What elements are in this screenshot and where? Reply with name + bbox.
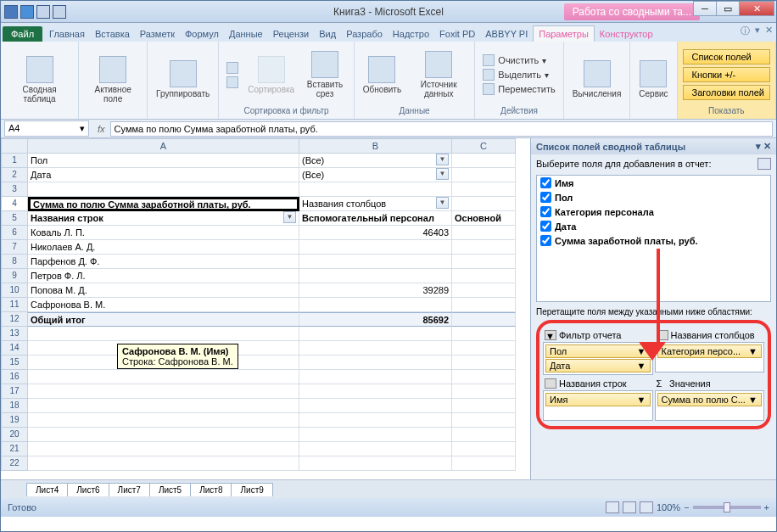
area-field[interactable]: Дата▼ bbox=[545, 359, 651, 372]
cell[interactable] bbox=[452, 154, 516, 168]
tab-addins[interactable]: Надстро bbox=[388, 26, 434, 42]
cell[interactable] bbox=[299, 182, 452, 197]
row-header[interactable]: 22 bbox=[1, 456, 28, 471]
row-header[interactable]: 20 bbox=[1, 428, 28, 442]
active-field-button[interactable]: Активное поле bbox=[84, 54, 142, 105]
row-header[interactable]: 16 bbox=[1, 370, 28, 384]
plusminus-toggle[interactable]: Кнопки +/- bbox=[683, 67, 770, 82]
cell[interactable]: Николаев А. Д. bbox=[28, 240, 299, 255]
field-item[interactable]: Категория персонала bbox=[537, 204, 770, 219]
calc-button[interactable]: Вычисления bbox=[569, 59, 625, 100]
cell[interactable]: Основной bbox=[452, 211, 516, 226]
tab-abbyy[interactable]: ABBYY PI bbox=[480, 26, 533, 42]
tab-home[interactable]: Главная bbox=[44, 26, 90, 42]
filter-area[interactable]: Пол▼Дата▼ bbox=[543, 342, 653, 375]
row-header[interactable]: 17 bbox=[1, 384, 28, 399]
cell[interactable] bbox=[299, 327, 452, 341]
cell[interactable] bbox=[299, 240, 452, 255]
cell[interactable] bbox=[299, 399, 452, 413]
cell[interactable] bbox=[452, 442, 516, 456]
cell[interactable] bbox=[452, 226, 516, 240]
cell[interactable] bbox=[452, 255, 516, 269]
data-source-button[interactable]: Источник данных bbox=[408, 49, 469, 100]
field-list[interactable]: ИмяПолКатегория персоналаДатаСумма зараб… bbox=[536, 175, 771, 302]
tab-formulas[interactable]: Формул bbox=[180, 26, 224, 42]
cell[interactable] bbox=[452, 356, 516, 370]
cell[interactable] bbox=[299, 442, 452, 456]
cell[interactable] bbox=[452, 384, 516, 399]
cell[interactable] bbox=[452, 240, 516, 255]
redo-icon[interactable] bbox=[53, 5, 66, 19]
row-header[interactable]: 10 bbox=[1, 283, 28, 298]
row-header[interactable]: 14 bbox=[1, 341, 28, 356]
cell[interactable]: (Все)▼ bbox=[299, 168, 452, 182]
field-item[interactable]: Дата bbox=[537, 219, 770, 233]
cell[interactable] bbox=[299, 356, 452, 370]
row-header[interactable]: 12 bbox=[1, 312, 28, 327]
service-button[interactable]: Сервис bbox=[635, 59, 671, 100]
ribbon-minimize-icon[interactable]: ▾ bbox=[755, 25, 760, 37]
tab-review[interactable]: Рецензи bbox=[268, 26, 315, 42]
ribbon-help-icon[interactable]: ⓘ bbox=[741, 25, 750, 37]
col-header-B[interactable]: B bbox=[299, 138, 452, 154]
tab-data[interactable]: Данные bbox=[224, 26, 268, 42]
sheet-tab[interactable]: Лист4 bbox=[26, 483, 68, 496]
row-header[interactable]: 15 bbox=[1, 356, 28, 370]
cell[interactable] bbox=[299, 370, 452, 384]
tab-foxit[interactable]: Foxit PD bbox=[434, 26, 480, 42]
cell[interactable] bbox=[452, 283, 516, 298]
field-checkbox[interactable] bbox=[540, 221, 551, 232]
view-layout-icon[interactable] bbox=[623, 501, 636, 513]
view-break-icon[interactable] bbox=[640, 501, 653, 513]
area-field[interactable]: Пол▼ bbox=[545, 344, 651, 358]
cell[interactable] bbox=[299, 269, 452, 283]
cell[interactable] bbox=[452, 168, 516, 182]
cell[interactable] bbox=[28, 182, 299, 197]
tab-params[interactable]: Параметры bbox=[533, 25, 595, 42]
cell[interactable]: Названия столбцов▼ bbox=[299, 197, 452, 211]
fx-icon[interactable]: fx bbox=[92, 124, 110, 134]
cell[interactable] bbox=[452, 399, 516, 413]
field-item[interactable]: Имя bbox=[537, 176, 770, 190]
row-header[interactable]: 19 bbox=[1, 413, 28, 428]
cell[interactable] bbox=[28, 370, 299, 384]
sort-asc-button[interactable] bbox=[224, 61, 241, 75]
cell[interactable] bbox=[28, 399, 299, 413]
field-checkbox[interactable] bbox=[540, 235, 551, 246]
zoom-out-button[interactable]: − bbox=[684, 502, 689, 512]
layout-icon[interactable] bbox=[757, 158, 771, 170]
row-header[interactable]: 5 bbox=[1, 211, 28, 226]
area-field[interactable]: Имя▼ bbox=[545, 393, 651, 406]
area-field[interactable]: Категория персо...▼ bbox=[657, 344, 763, 358]
cell[interactable]: Дата bbox=[28, 168, 299, 182]
pane-close-icon[interactable]: ✕ bbox=[763, 141, 771, 151]
tab-view[interactable]: Вид bbox=[314, 26, 341, 42]
pane-dropdown-icon[interactable]: ▾ bbox=[756, 141, 761, 151]
undo-icon[interactable] bbox=[36, 5, 50, 19]
sort-button[interactable]: Сортировка bbox=[244, 54, 298, 96]
cell[interactable]: Парфенов Д. Ф. bbox=[28, 255, 299, 269]
refresh-button[interactable]: Обновить bbox=[360, 54, 405, 96]
move-button[interactable]: Переместить bbox=[480, 82, 557, 96]
cell[interactable] bbox=[299, 413, 452, 428]
cell[interactable]: 39289 bbox=[299, 283, 452, 298]
row-header[interactable]: 7 bbox=[1, 240, 28, 255]
cell[interactable] bbox=[28, 442, 299, 456]
cell[interactable]: Пол bbox=[28, 154, 299, 168]
row-header[interactable]: 4 bbox=[1, 197, 28, 211]
cell[interactable] bbox=[28, 327, 299, 341]
cell[interactable] bbox=[299, 341, 452, 356]
filter-dropdown-icon[interactable]: ▼ bbox=[436, 197, 449, 209]
file-tab[interactable]: Файл bbox=[3, 26, 42, 42]
minimize-button[interactable]: ─ bbox=[693, 1, 717, 16]
clear-button[interactable]: Очистить ▾ bbox=[480, 53, 557, 67]
row-header[interactable]: 9 bbox=[1, 269, 28, 283]
cell[interactable] bbox=[299, 298, 452, 312]
cell[interactable]: Сафронова В. М. bbox=[28, 298, 299, 312]
slicer-button[interactable]: Вставить срез bbox=[301, 49, 349, 100]
select-button[interactable]: Выделить ▾ bbox=[480, 68, 557, 81]
cell[interactable] bbox=[452, 312, 516, 327]
row-header[interactable]: 21 bbox=[1, 442, 28, 456]
values-area[interactable]: Сумма по полю С...▼ bbox=[655, 390, 765, 421]
field-item[interactable]: Сумма заработной платы, руб. bbox=[537, 233, 770, 248]
